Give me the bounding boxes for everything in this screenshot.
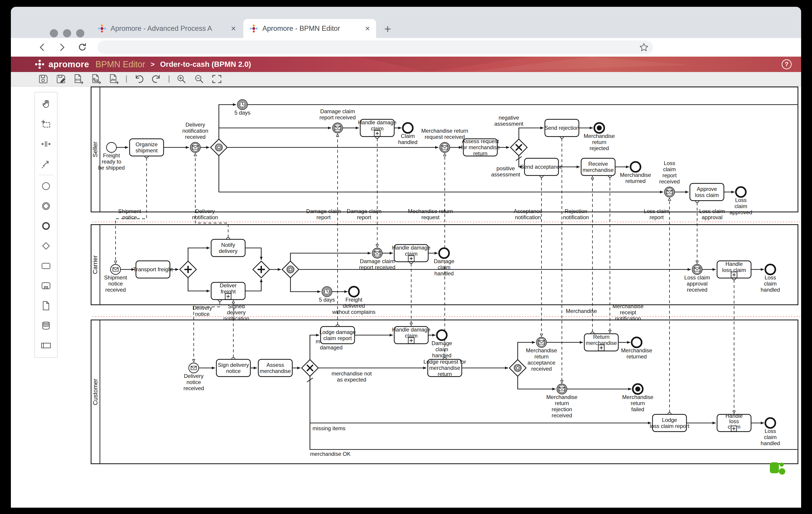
create-data-object[interactable]: [35, 296, 57, 315]
subprocess-handle-damage-claim-carrier[interactable]: Handle damageclaim: [392, 245, 430, 262]
end-event-loss-claim-handled-carrier[interactable]: Lossclaimhandled: [760, 265, 780, 293]
create-start-event[interactable]: [35, 176, 57, 196]
label-merchandise[interactable]: Merchandise: [566, 308, 597, 314]
task-send-rejection[interactable]: Send rejection: [545, 119, 579, 137]
redo-button[interactable]: [151, 73, 162, 85]
lasso-tool[interactable]: [35, 114, 57, 134]
flow-split-to-deliver[interactable]: [188, 278, 210, 291]
message-start-event-shipment-notice-received[interactable]: Shipmentnoticereceived: [104, 265, 127, 293]
end-event-merchandise-returned-customer[interactable]: Merchandisereturned: [621, 337, 652, 360]
label-merchandise-not-as-expected[interactable]: merchandise notas expected: [331, 370, 372, 383]
end-event-damage-claim-handled-customer[interactable]: Damageclaimhandled: [432, 330, 452, 358]
diagram-canvas[interactable]: Seller Carrier Customer: [11, 87, 801, 508]
export-pdf-button[interactable]: [108, 73, 120, 85]
label-missing-items[interactable]: missing items: [313, 425, 345, 431]
zoom-in-button[interactable]: [176, 73, 187, 85]
create-subprocess[interactable]: [35, 276, 57, 296]
label-delivery-notification[interactable]: Deliverynotification: [192, 208, 218, 220]
task-organize-shipment[interactable]: Organizeshipment: [129, 139, 164, 156]
flow-deliver-to-join[interactable]: [245, 279, 261, 291]
message-event-damage-claim-report-received-carrier[interactable]: Damage claimreport received: [359, 248, 395, 270]
label-merchandise-ok[interactable]: merchandise OK: [310, 451, 351, 457]
parallel-gateway-join[interactable]: [253, 261, 270, 278]
export-svg-button[interactable]: SVG: [73, 73, 84, 85]
end-event-claim-handled[interactable]: Claimhandled: [398, 123, 417, 145]
window-zoom-button[interactable]: [76, 29, 84, 37]
label-signed-delivery-notification[interactable]: Signeddeliverynotification: [223, 303, 250, 322]
save-as-button[interactable]: [55, 73, 67, 85]
task-send-acceptance[interactable]: Send acceptance: [520, 158, 562, 176]
label-delivery-notice[interactable]: Deliverynotice: [193, 305, 212, 317]
terminate-event-merch-return-failed[interactable]: Merchandisereturnfailed: [622, 384, 653, 412]
flow-negative-to-sendrejection[interactable]: [519, 128, 544, 139]
task-lodge-request-merchandise-return[interactable]: Lodge request formerchandisereturn: [424, 359, 466, 377]
subprocess-handle-damage-claim-seller[interactable]: Handle damageclaim: [358, 119, 396, 137]
timer-event-5days-carrier[interactable]: 5 days: [319, 287, 335, 303]
bookmark-star-icon[interactable]: [638, 42, 649, 53]
xor-gateway-merchandise-check[interactable]: [301, 360, 318, 376]
message-event-damage-claim-report-received-seller[interactable]: Damage claimreport received: [319, 108, 356, 133]
parallel-gateway-split[interactable]: [180, 261, 197, 278]
back-button[interactable]: [36, 41, 49, 54]
subprocess-handle-damage-claim-customer[interactable]: Handle damageclaim: [392, 327, 430, 344]
subprocess-handle-loss-claim-customer[interactable]: Handlelossclaim: [717, 413, 751, 431]
label-negative-assessment[interactable]: negativeassessment: [494, 115, 523, 127]
flow-eventgw-to-damageclaim[interactable]: [290, 253, 371, 261]
label-loss-claim-approval[interactable]: Loss claimapproval: [699, 208, 725, 220]
label-mechandise-return-request[interactable]: Mechandise returnrequest: [408, 208, 453, 220]
create-intermediate-event[interactable]: [35, 196, 57, 216]
bpmn-io-logo[interactable]: [770, 462, 785, 475]
subprocess-return-merchandise[interactable]: Returnmerchandise: [584, 334, 618, 351]
subprocess-deliver-freight[interactable]: Deliverfreight: [211, 282, 245, 300]
end-event-merchandise-returned-seller[interactable]: Merchandisereturned: [620, 162, 651, 184]
end-event-loss-claim-handled-customer[interactable]: Lossclaimhandled: [760, 418, 780, 446]
task-receive-merchandise[interactable]: Receivemerchandise: [581, 158, 615, 176]
label-damage-claim-report-a[interactable]: Damage claimreport: [306, 208, 341, 220]
hand-tool[interactable]: [35, 94, 57, 114]
label-rejection-notification[interactable]: Rejectionnotification: [563, 208, 589, 220]
tab-bpmn-editor[interactable]: Apromore - BPMN Editor ✕: [243, 19, 376, 38]
task-lodge-loss-claim-report[interactable]: Lodgeloss claim report: [650, 414, 690, 431]
create-participant[interactable]: [35, 336, 57, 356]
bpmn-diagram[interactable]: Seller Carrier Customer: [11, 87, 801, 508]
label-loss-claim-report[interactable]: Loss claimreport: [644, 208, 669, 220]
fit-viewport-button[interactable]: [211, 73, 223, 85]
create-end-event[interactable]: [35, 216, 57, 236]
tab-apromore-portal[interactable]: Apromore - Advanced Process A ✕: [91, 19, 242, 38]
end-event-damage-claim-handled-carrier[interactable]: Damageclaimhandled: [434, 248, 455, 276]
event-gateway-customer[interactable]: [509, 360, 526, 376]
address-bar[interactable]: [97, 40, 653, 54]
message-event-loss-claim-report-received[interactable]: Lossclaimreportreceived: [659, 160, 680, 197]
terminate-event-merch-return-rejected[interactable]: Merchandisereturnrejected: [584, 123, 615, 151]
label-acceptance-notification[interactable]: Acceptancenotification: [514, 208, 542, 220]
zoom-out-button[interactable]: [194, 73, 205, 85]
task-transport-freight[interactable]: Transport freight: [133, 261, 173, 278]
forward-button[interactable]: [55, 41, 68, 54]
end-event-loss-claim-approved[interactable]: Lossclaimapproved: [729, 187, 752, 215]
flow-eventgw-to-rejection[interactable]: [518, 376, 555, 389]
timer-event-5days-seller[interactable]: 5 days: [234, 100, 251, 116]
label-damage-claim-report-b[interactable]: Damage claimreport: [347, 208, 381, 220]
task-approve-loss-claim[interactable]: Approveloss claim: [690, 183, 724, 201]
label-merchandise-receipt-notification[interactable]: Merchandisereceiptnotification: [612, 303, 643, 322]
create-gateway[interactable]: [35, 236, 57, 256]
space-tool[interactable]: [35, 134, 57, 154]
task-lodge-damage-claim-report[interactable]: Lodge damageclaim report: [319, 327, 356, 344]
flow-eventgw-to-timer[interactable]: [290, 278, 321, 292]
task-sign-delivery-notice[interactable]: Sign deliverynotice: [216, 359, 250, 376]
window-close-button[interactable]: [50, 29, 58, 37]
tab-close-icon[interactable]: ✕: [231, 25, 236, 32]
tab-close-icon[interactable]: ✕: [365, 25, 370, 32]
label-positive-assessment[interactable]: positiveassessment: [491, 165, 520, 178]
window-minimize-button[interactable]: [63, 29, 71, 37]
reload-button[interactable]: [76, 41, 89, 54]
create-task[interactable]: [35, 256, 57, 276]
subprocess-handle-loss-claim-carrier[interactable]: Handleloss claim: [717, 261, 751, 278]
message-event-loss-claim-approval-received[interactable]: Loss claimapprovalreceived: [684, 265, 710, 293]
task-assess-request[interactable]: Assess requestfor merchandisereturn: [461, 138, 500, 156]
flow-gateway-to-timer[interactable]: [219, 104, 236, 139]
event-gateway-seller[interactable]: [210, 139, 227, 156]
message-start-event-delivery-notice-received[interactable]: Deliverynoticereceived: [183, 363, 204, 391]
flow-notify-to-join[interactable]: [245, 248, 261, 260]
save-button[interactable]: [38, 73, 49, 85]
